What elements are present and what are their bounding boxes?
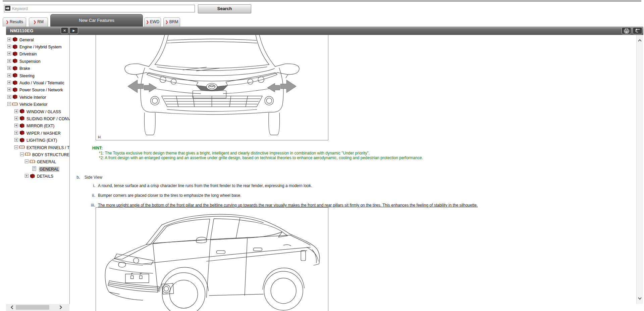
return-arrow-icon[interactable] [633, 27, 642, 34]
section-title: Side View [85, 175, 102, 180]
tree-item-label[interactable]: LIGHTING (EXT) [26, 138, 58, 143]
tab-results[interactable]: ❯Results [3, 17, 26, 27]
tree-item-general[interactable]: GENERAL [6, 166, 69, 173]
list-item-number: i. [87, 183, 95, 188]
play-icon[interactable]: ▶ [69, 27, 78, 34]
tree-item-label[interactable]: EXTERIOR PANELS / TR [26, 145, 70, 150]
scroll-up-icon[interactable] [638, 38, 642, 43]
tab-arrow-icon: ❯ [146, 20, 149, 24]
tree-item-label[interactable]: MIRROR (EXT) [26, 123, 55, 129]
tree-item-label[interactable]: WINDOW / GLASS [26, 109, 62, 115]
expand-plus-icon[interactable] [14, 124, 18, 128]
tree-item-body-structure[interactable]: BODY STRUCTURE [6, 151, 69, 158]
tree-item-label[interactable]: GENERAL [36, 159, 57, 165]
tree-item-label[interactable]: DETAILS [36, 174, 54, 179]
tree-item-label[interactable]: General [19, 37, 35, 43]
tree-item-label[interactable]: Suspension [19, 59, 41, 64]
expand-plus-icon[interactable] [14, 109, 18, 114]
document-code: NM3110EG [10, 28, 34, 33]
expand-plus-icon[interactable] [7, 81, 11, 85]
search-button[interactable]: Search [198, 4, 251, 13]
book-closed-icon [12, 37, 18, 43]
tab-rm[interactable]: ❯RM [29, 17, 48, 27]
scroll-right-icon[interactable] [59, 305, 62, 311]
tree-item-window-glass[interactable]: WINDOW / GLASS [6, 108, 69, 115]
tree-item-label[interactable]: Vehicle Interior [19, 95, 47, 100]
scroll-down-icon[interactable] [638, 296, 642, 301]
tree-item-steering[interactable]: Steering [6, 72, 69, 79]
search-input[interactable] [11, 5, 194, 12]
tree-item-label[interactable]: BODY STRUCTURE [32, 152, 70, 158]
expand-plus-icon[interactable] [7, 95, 11, 100]
expand-plus-icon[interactable] [14, 117, 18, 121]
tree-item-label[interactable]: SLIDING ROOF / CONV [26, 116, 70, 122]
tree-item-audio-visual-telematic[interactable]: Audio / Visual / Telematic [6, 79, 69, 86]
document-tree: GeneralEngine / Hybrid SystemDrivetrainS… [6, 35, 69, 180]
document-content: H HINT: *1: The Toyota exclusive front d… [70, 35, 636, 311]
book-closed-icon [19, 138, 25, 143]
tab-brm[interactable]: ❯BRM [163, 17, 180, 27]
tree-item-label[interactable]: Vehicle Exterior [19, 102, 48, 107]
tree-item-mirror-ext[interactable]: MIRROR (EXT) [6, 123, 69, 130]
expand-plus-icon[interactable] [7, 74, 11, 78]
tree-item-general[interactable]: GENERAL [6, 159, 69, 166]
tree-item-general[interactable]: General [6, 36, 69, 43]
tree-item-vehicle-interior[interactable]: Vehicle Interior [6, 94, 69, 101]
tree-item-label[interactable]: Power Source / Network [19, 87, 63, 93]
tree-item-details[interactable]: DETAILS [6, 173, 69, 180]
section-heading: b.Side View [76, 175, 600, 180]
collapse-minus-icon[interactable] [14, 145, 18, 150]
tree-item-label[interactable]: Audio / Visual / Telematic [19, 80, 65, 86]
expand-plus-icon[interactable] [14, 131, 18, 136]
section-marker: b. [76, 175, 80, 180]
print-icon[interactable] [622, 27, 631, 34]
tree-item-lighting-ext[interactable]: LIGHTING (EXT) [6, 137, 69, 144]
tree-item-label[interactable]: WIPER / WASHER [26, 131, 61, 136]
tree-item-label[interactable]: Brake [19, 66, 31, 71]
tree-item-label[interactable]: Drivetrain [19, 51, 37, 57]
tree-item-engine-hybrid-system[interactable]: Engine / Hybrid System [6, 43, 69, 50]
book-open-icon [19, 145, 25, 150]
book-closed-icon [12, 51, 18, 57]
expand-plus-icon[interactable] [7, 88, 11, 92]
tree-item-exterior-panels-tr[interactable]: EXTERIOR PANELS / TR [6, 144, 69, 151]
tab-arrow-icon: ❯ [33, 20, 36, 24]
tree-item-power-source-network[interactable]: Power Source / Network [6, 87, 69, 94]
tree-item-drivetrain[interactable]: Drivetrain [6, 51, 69, 58]
content-vertical-scrollbar[interactable] [636, 35, 643, 304]
tab-label: BRM [169, 19, 178, 24]
tree-item-sliding-roof-conv[interactable]: SLIDING ROOF / CONV [6, 115, 69, 122]
tree-item-brake[interactable]: Brake [6, 65, 69, 72]
close-icon[interactable]: ✕ [61, 27, 68, 34]
scroll-left-icon[interactable] [10, 305, 14, 311]
tab-arrow-icon: ❯ [6, 20, 9, 24]
sidebar-horizontal-scrollbar[interactable] [6, 304, 69, 311]
book-open-icon [25, 152, 31, 158]
tab-strip: ❯Results❯RMNew Car Features❯EWD❯BRM [3, 14, 180, 27]
tree-item-wiper-washer[interactable]: WIPER / WASHER [6, 130, 69, 137]
collapse-minus-icon[interactable] [7, 102, 11, 107]
expand-plus-icon[interactable] [7, 52, 11, 56]
expand-plus-icon[interactable] [7, 45, 11, 49]
keyword-search-field[interactable] [4, 5, 195, 12]
tree-item-label[interactable]: Engine / Hybrid System [19, 44, 62, 50]
expand-plus-icon[interactable] [7, 59, 11, 64]
collapse-minus-icon[interactable] [25, 160, 29, 164]
tree-item-label[interactable]: GENERAL [39, 167, 59, 172]
list-item-ii: ii.Bumper corners are placed closer to t… [76, 193, 600, 198]
expand-plus-icon[interactable] [7, 38, 11, 42]
book-closed-icon [12, 44, 18, 50]
tree-item-label[interactable]: Steering [19, 73, 35, 79]
scrollbar-thumb[interactable] [16, 305, 49, 310]
tree-item-vehicle-exterior[interactable]: Vehicle Exterior [6, 101, 69, 108]
book-closed-icon [12, 66, 18, 72]
expand-plus-icon[interactable] [7, 66, 11, 71]
book-closed-icon [12, 94, 18, 100]
collapse-minus-icon[interactable] [20, 152, 24, 157]
tab-ewd[interactable]: ❯EWD [144, 17, 161, 27]
tab-new-car-features[interactable]: New Car Features [50, 14, 143, 27]
expand-plus-icon[interactable] [14, 138, 18, 143]
expand-plus-icon[interactable] [25, 174, 29, 179]
tree-item-suspension[interactable]: Suspension [6, 58, 69, 65]
list-item-iii: iii.The more upright angle of the bottom… [76, 203, 600, 208]
